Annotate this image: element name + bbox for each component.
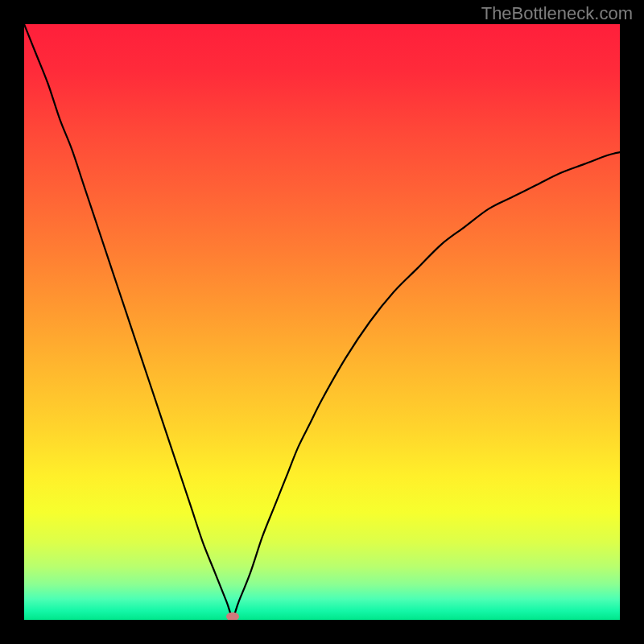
chart-frame: TheBottleneck.com	[0, 0, 644, 644]
gradient-rect	[24, 24, 620, 620]
chart-svg	[24, 24, 620, 620]
watermark-text: TheBottleneck.com	[481, 3, 633, 24]
minimum-marker	[226, 613, 239, 620]
plot-area	[24, 24, 620, 620]
